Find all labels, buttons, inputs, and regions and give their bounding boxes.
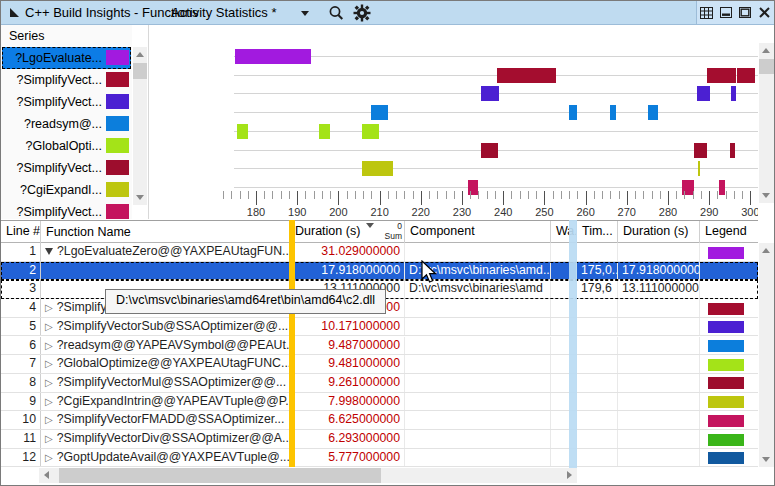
minimize-icon[interactable] xyxy=(718,5,734,21)
table-row[interactable]: 217.918000000D:\vc\msvc\binaries\amd...1… xyxy=(1,262,758,281)
tool-window: C++ Build Insights - Functions Activity … xyxy=(0,0,775,486)
chart-bar[interactable] xyxy=(610,105,616,120)
axis-tick xyxy=(610,191,611,199)
col-header-function-name[interactable]: Function Name xyxy=(41,221,290,243)
chart-bar[interactable] xyxy=(237,124,248,139)
grid-scrollbar-horizontal[interactable] xyxy=(39,468,577,483)
gear-icon[interactable] xyxy=(353,4,371,22)
table-row[interactable]: 1?LgoEvaluateZero@@YAXPEAUtagFUN...31.02… xyxy=(1,243,758,262)
scroll-down-icon[interactable] xyxy=(762,457,770,462)
chart-bar[interactable] xyxy=(698,161,700,176)
table-row[interactable]: 10▷?SimplifyVectorFMADD@SSAOptimizer...6… xyxy=(1,411,758,430)
activity-chart[interactable]: 180190200210220230240250260270280290300 xyxy=(148,25,758,219)
series-item[interactable]: ?readsym@... xyxy=(2,113,131,135)
col-header-time[interactable]: Tim... xyxy=(577,221,618,243)
chart-bar[interactable] xyxy=(719,180,725,195)
scrollbar-thumb[interactable] xyxy=(759,59,774,74)
close-icon[interactable] xyxy=(756,5,772,21)
axis-tick xyxy=(297,191,298,205)
chart-bar[interactable] xyxy=(697,86,710,101)
expander-closed-icon[interactable]: ▷ xyxy=(45,430,53,448)
chart-bar[interactable] xyxy=(371,105,388,120)
view-selector-dropdown[interactable]: Activity Statistics * xyxy=(171,5,276,20)
column-highlight-strip xyxy=(569,220,577,468)
scrollbar-thumb[interactable] xyxy=(133,63,147,79)
cell-function-name: ▷?SimplifyVectorFMADD@SSAOptimizer... xyxy=(41,411,290,429)
expander-closed-icon[interactable]: ▷ xyxy=(45,337,53,355)
table-row[interactable]: 11▷?SimplifyVectorDiv@SSAOptimizer@@A...… xyxy=(1,430,758,449)
maximize-icon[interactable] xyxy=(737,5,753,21)
search-icon[interactable] xyxy=(327,4,345,22)
series-item[interactable]: ?CgiExpandI... xyxy=(2,179,131,201)
frozen-column-splitter[interactable] xyxy=(289,220,295,467)
col-header-duration-sum[interactable]: Duration (s) 0Sum xyxy=(290,221,405,243)
window-position-icon[interactable] xyxy=(699,5,715,21)
col-header-duration[interactable]: Duration (s) xyxy=(618,221,700,243)
sort-desc-icon xyxy=(366,223,374,228)
chart-bar[interactable] xyxy=(648,105,658,120)
col-header-component[interactable]: Component xyxy=(405,221,551,243)
expander-closed-icon[interactable]: ▷ xyxy=(45,355,53,373)
table-row[interactable]: 7▷?GlobalOptimize@@YAXPEAUtagFUNC...9.48… xyxy=(1,355,758,374)
axis-tick xyxy=(520,191,521,199)
axis-tick xyxy=(495,191,496,199)
axis-tick xyxy=(726,191,727,199)
chart-bar[interactable] xyxy=(694,143,707,158)
grid-scrollbar-vertical[interactable] xyxy=(759,243,774,467)
axis-tick-label: 230 xyxy=(453,206,471,218)
chart-bar[interactable] xyxy=(481,86,499,101)
expander-closed-icon[interactable]: ▷ xyxy=(45,299,53,317)
col-header-line[interactable]: Line # xyxy=(1,221,41,243)
table-row[interactable]: 12▷?GoptUpdateAvail@@YAXPEAVTuple@...5.7… xyxy=(1,449,758,468)
cell-time xyxy=(577,337,618,355)
axis-tick xyxy=(388,191,389,199)
chart-scrollbar[interactable] xyxy=(759,43,774,203)
expander-closed-icon[interactable]: ▷ xyxy=(45,411,53,429)
scroll-left-icon[interactable] xyxy=(44,471,49,479)
chart-bar[interactable] xyxy=(319,124,330,139)
expander-closed-icon[interactable]: ▷ xyxy=(45,449,53,467)
cell-duration-sum: 6.293000000 xyxy=(290,430,405,448)
series-scrollbar[interactable] xyxy=(133,47,147,205)
chart-bar[interactable] xyxy=(362,124,379,139)
col-header-legend[interactable]: Legend xyxy=(700,221,758,243)
series-label: ?SimplifyVect... xyxy=(2,69,102,91)
chart-bar[interactable] xyxy=(737,68,755,83)
chart-bar[interactable] xyxy=(730,143,735,158)
cell-component xyxy=(405,318,551,336)
scroll-up-icon[interactable] xyxy=(762,48,770,53)
expander-closed-icon[interactable]: ▷ xyxy=(45,318,53,336)
scroll-down-icon[interactable] xyxy=(762,193,770,198)
table-row[interactable]: 6▷?readsym@@YAPEAVSymbol@@PEAUt...9.4870… xyxy=(1,337,758,356)
chart-bar[interactable] xyxy=(707,68,736,83)
expander-open-icon[interactable] xyxy=(45,248,53,255)
scrollbar-thumb[interactable] xyxy=(59,468,381,483)
series-item[interactable]: ?GlobalOpti... xyxy=(2,135,131,157)
axis-tick xyxy=(322,191,323,199)
scroll-up-icon[interactable] xyxy=(136,52,144,57)
chart-gridline xyxy=(234,168,758,169)
series-item[interactable]: ?SimplifyVect... xyxy=(2,157,131,179)
scroll-right-icon[interactable] xyxy=(567,471,572,479)
axis-tick xyxy=(338,191,339,205)
scroll-up-icon[interactable] xyxy=(762,248,770,253)
chart-bar[interactable] xyxy=(569,105,577,120)
table-row[interactable]: 9▷?CgiExpandIntrin@@YAPEAVTuple@@P...7.9… xyxy=(1,393,758,412)
chart-bar[interactable] xyxy=(497,68,556,83)
series-item[interactable]: ?SimplifyVect... xyxy=(2,69,131,91)
scroll-down-icon[interactable] xyxy=(136,195,144,200)
series-item[interactable]: ?SimplifyVect... xyxy=(2,91,131,113)
chart-bar[interactable] xyxy=(481,143,498,158)
expander-closed-icon[interactable]: ▷ xyxy=(45,393,53,411)
collapse-triangle-icon[interactable] xyxy=(10,8,19,17)
chart-bar[interactable] xyxy=(731,86,736,101)
chart-bar[interactable] xyxy=(362,161,393,176)
series-item[interactable]: ?LgoEvaluate... xyxy=(2,47,131,69)
table-row[interactable]: 5▷?SimplifyVectorSub@SSAOptimizer@@...10… xyxy=(1,318,758,337)
expander-closed-icon[interactable]: ▷ xyxy=(45,374,53,392)
chevron-down-icon[interactable] xyxy=(301,11,309,16)
chart-bar[interactable] xyxy=(235,49,310,64)
axis-tick-label: 190 xyxy=(288,206,306,218)
axis-tick-label: 220 xyxy=(412,206,430,218)
table-row[interactable]: 8▷?SimplifyVectorMul@SSAOptimizer@@...9.… xyxy=(1,374,758,393)
